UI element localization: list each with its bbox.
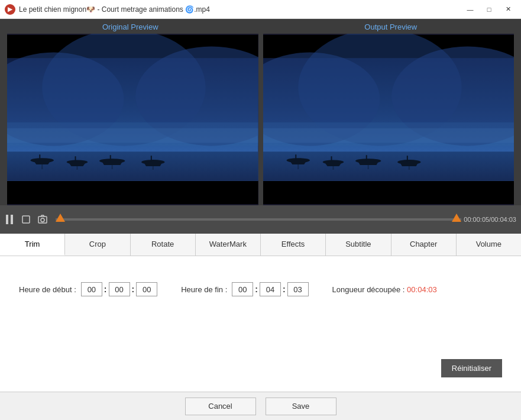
start-minutes-input[interactable] (109, 282, 130, 296)
minimize-button[interactable]: — (462, 3, 478, 16)
start-sep1: : (104, 285, 107, 294)
cancel-button[interactable]: Cancel (185, 398, 256, 415)
svg-rect-49 (408, 166, 409, 170)
bottom-bar: Cancel Save (0, 392, 521, 420)
screenshot-button[interactable] (37, 214, 48, 225)
crop-preview-button[interactable] (20, 214, 32, 225)
svg-rect-46 (297, 164, 299, 169)
tab-subtitle[interactable]: Subtitle (326, 234, 391, 256)
svg-rect-8 (7, 151, 258, 180)
original-preview (7, 34, 258, 205)
duration-label: Longueur découpée : 00:04:03 (332, 285, 437, 294)
end-seconds-input[interactable] (287, 282, 309, 296)
svg-rect-47 (332, 166, 334, 170)
timeline-track[interactable] (56, 218, 461, 221)
play-pause-button[interactable] (5, 214, 15, 225)
tab-rotate[interactable]: Rotate (131, 234, 196, 256)
svg-rect-22 (76, 166, 77, 170)
svg-rect-50 (6, 215, 8, 224)
start-time-group: : : (81, 282, 157, 296)
tab-effects[interactable]: Effects (261, 234, 326, 256)
svg-rect-23 (112, 165, 113, 169)
save-button[interactable]: Save (266, 398, 336, 415)
main-content: Original Preview Output Preview (0, 19, 521, 420)
tab-trim[interactable]: Trim (0, 234, 65, 256)
timeline-controls (5, 214, 48, 225)
start-hours-input[interactable] (81, 282, 102, 296)
svg-rect-1 (7, 181, 258, 204)
svg-rect-24 (153, 166, 154, 170)
duration-value: 00:04:03 (407, 285, 437, 294)
end-time-label: Heure de fin : (181, 285, 227, 294)
svg-marker-20 (144, 162, 163, 166)
svg-rect-26 (263, 181, 514, 204)
output-preview (263, 34, 514, 205)
svg-marker-14 (69, 162, 86, 166)
svg-marker-36 (289, 160, 307, 164)
window-controls: — □ ✕ (462, 3, 516, 16)
end-hours-input[interactable] (232, 282, 253, 296)
timeline-start-marker[interactable] (56, 214, 65, 222)
end-sep1: : (255, 285, 258, 294)
svg-rect-21 (41, 164, 43, 169)
svg-marker-45 (400, 162, 419, 166)
panel-actions: Réinitialiser (19, 350, 502, 377)
timeline-area: 00:00:05/00:04:03 (0, 205, 521, 234)
preview-area: Original Preview Output Preview (0, 19, 521, 205)
trim-panel: Heure de début : : : Heure de fin : : : (0, 256, 521, 392)
start-seconds-input[interactable] (136, 282, 157, 296)
tab-volume[interactable]: Volume (457, 234, 521, 256)
start-sep2: : (132, 285, 135, 294)
tab-chapter[interactable]: Chapter (391, 234, 457, 256)
reset-button[interactable]: Réinitialiser (441, 359, 502, 377)
svg-marker-11 (33, 160, 51, 164)
svg-rect-52 (22, 216, 30, 223)
end-sep2: : (283, 285, 286, 294)
preview-labels: Original Preview Output Preview (0, 19, 521, 34)
svg-rect-7 (7, 128, 258, 143)
window-title: Le petit chien mignon🐶 - Court metrage a… (19, 5, 462, 14)
svg-rect-33 (263, 151, 514, 180)
svg-rect-32 (263, 128, 514, 143)
end-minutes-input[interactable] (260, 282, 281, 296)
svg-marker-39 (324, 162, 342, 166)
end-time-group: : : (232, 282, 308, 296)
app-icon: ▶ (5, 4, 15, 15)
tab-crop[interactable]: Crop (65, 234, 130, 256)
preview-videos (0, 34, 521, 205)
tabs-bar: Trim Crop Rotate WaterMark Effects Subti… (0, 234, 521, 256)
time-display: 00:00:05/00:04:03 (464, 216, 516, 223)
time-inputs-row: Heure de début : : : Heure de fin : : : (19, 282, 502, 296)
timeline-end-marker[interactable] (452, 214, 461, 222)
tab-watermark[interactable]: WaterMark (196, 234, 261, 256)
maximize-button[interactable]: □ (481, 3, 497, 16)
svg-marker-42 (357, 161, 378, 165)
svg-rect-51 (11, 215, 13, 224)
svg-rect-48 (367, 165, 368, 169)
title-bar: ▶ Le petit chien mignon🐶 - Court metrage… (0, 0, 521, 19)
svg-marker-17 (102, 161, 123, 165)
svg-point-54 (41, 218, 44, 222)
original-preview-label: Original Preview (0, 22, 261, 31)
output-preview-label: Output Preview (261, 22, 522, 31)
close-button[interactable]: ✕ (500, 3, 516, 16)
start-time-label: Heure de début : (19, 285, 76, 294)
